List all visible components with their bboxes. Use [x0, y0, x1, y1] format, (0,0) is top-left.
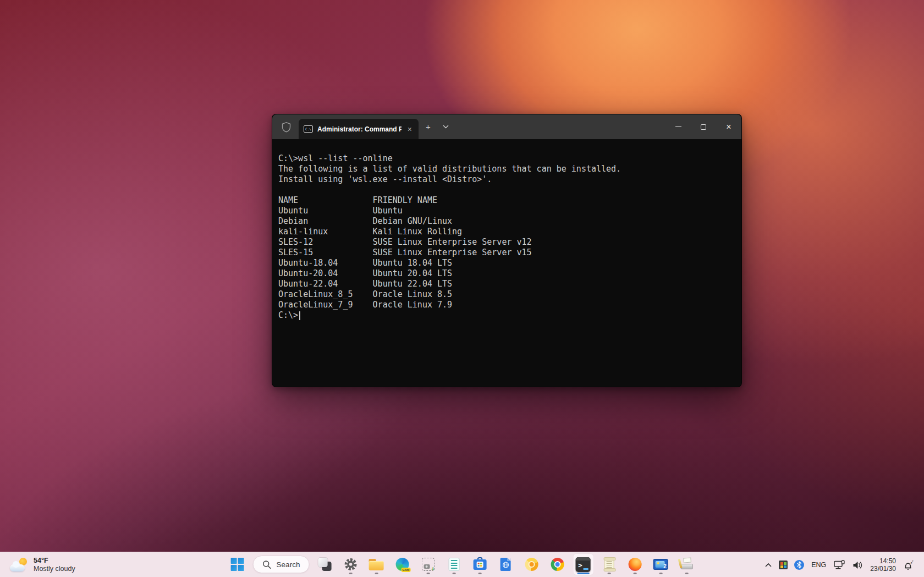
snipping-tool-icon: + [421, 558, 435, 571]
html-document-button[interactable] [495, 553, 516, 575]
html-document-icon [501, 558, 511, 571]
edge-canary-icon: CAN [395, 558, 409, 571]
maximize-button[interactable] [691, 114, 716, 139]
tab-command-prompt[interactable]: C:\ Administrator: Command Pro × [299, 119, 419, 139]
start-button[interactable] [227, 553, 248, 575]
clock[interactable]: 14:50 23/01/30 [866, 557, 900, 573]
prompt-text: C:\> [278, 310, 298, 321]
search-box[interactable]: Search [253, 556, 310, 573]
firefox-icon [628, 558, 641, 571]
admin-shield-icon [280, 121, 292, 133]
cmd-icon: C:\ [304, 125, 313, 133]
search-icon [262, 560, 272, 569]
minimize-button[interactable] [666, 114, 691, 139]
taskbar-center: Search CAN + [227, 552, 697, 577]
printer-app-button[interactable] [676, 553, 697, 575]
folder-icon [369, 559, 384, 570]
microsoft-store-button[interactable] [469, 553, 490, 575]
terminal-titlebar[interactable]: C:\ Administrator: Command Pro × + × [272, 114, 741, 139]
tab-title: Administrator: Command Pro [317, 125, 402, 133]
volume-icon [852, 560, 863, 570]
do-not-disturb-bell-icon: z z [903, 560, 914, 570]
bluetooth-button[interactable] [791, 555, 807, 575]
terminal-window: C:\ Administrator: Command Pro × + × C:\… [272, 114, 742, 387]
firefox-button[interactable] [624, 553, 645, 575]
media-player-button[interactable]: 2 [650, 553, 671, 575]
windows-logo-icon [231, 558, 244, 571]
maximize-icon [701, 124, 706, 130]
partly-cloudy-icon [10, 558, 29, 572]
weather-condition: Mostly cloudy [34, 565, 75, 573]
chrome-canary-icon [525, 558, 538, 571]
text-cursor [299, 311, 300, 320]
settings-button[interactable] [340, 553, 361, 575]
tab-dropdown-button[interactable] [438, 124, 454, 130]
command-prompt-line[interactable]: C:\> [278, 310, 735, 321]
gear-icon [343, 557, 358, 571]
system-tray: ENG 14:50 23/01/30 [761, 552, 923, 577]
script-scroll-button[interactable] [598, 553, 619, 575]
file-explorer-button[interactable] [366, 553, 387, 575]
tray-app-button[interactable] [776, 555, 791, 575]
minimize-icon [675, 127, 681, 127]
volume-button[interactable] [849, 555, 866, 575]
window-controls: × [666, 114, 741, 139]
tray-time: 14:50 [879, 557, 896, 565]
terminal-output: C:\>wsl --list --online The following is… [278, 153, 735, 310]
active-app-indicator [577, 573, 589, 574]
snipping-tool-button[interactable]: + [417, 553, 438, 575]
network-icon [833, 560, 845, 570]
store-icon [473, 559, 486, 571]
windows-terminal-button[interactable]: > [573, 553, 593, 575]
media-player-icon: 2 [653, 559, 668, 570]
search-label: Search [277, 560, 300, 569]
close-button[interactable]: × [716, 114, 741, 139]
desktop: C:\ Administrator: Command Pro × + × C:\… [0, 0, 924, 577]
new-tab-button[interactable]: + [421, 121, 436, 133]
printer-icon [679, 558, 694, 571]
svg-text:z: z [912, 560, 914, 563]
weather-widget[interactable]: 54°F Mostly cloudy [4, 552, 81, 577]
tray-date: 23/01/30 [870, 565, 896, 573]
close-icon: × [726, 123, 731, 131]
bluetooth-icon [794, 560, 804, 570]
chevron-up-icon [765, 562, 772, 568]
weather-temperature: 54°F [34, 557, 75, 565]
terminal-output-area[interactable]: C:\>wsl --list --online The following is… [272, 139, 741, 321]
notification-center-button[interactable]: z z [900, 555, 917, 575]
task-view-button[interactable] [314, 553, 335, 575]
hidden-icons-button[interactable] [761, 555, 776, 575]
tray-app-icon [779, 560, 788, 569]
notepad-button[interactable] [443, 553, 464, 575]
windows-terminal-icon: > [576, 557, 591, 572]
tab-close-icon[interactable]: × [406, 125, 414, 134]
chrome-button[interactable] [547, 553, 568, 575]
language-indicator[interactable]: ENG [807, 555, 830, 575]
edge-canary-button[interactable]: CAN [392, 553, 413, 575]
taskbar: 54°F Mostly cloudy Search [0, 552, 924, 577]
chrome-canary-button[interactable] [521, 553, 542, 575]
chrome-icon [551, 558, 564, 571]
scroll-icon [604, 558, 614, 571]
notepad-icon [448, 558, 459, 571]
network-button[interactable] [830, 555, 849, 575]
task-view-icon [318, 558, 331, 571]
